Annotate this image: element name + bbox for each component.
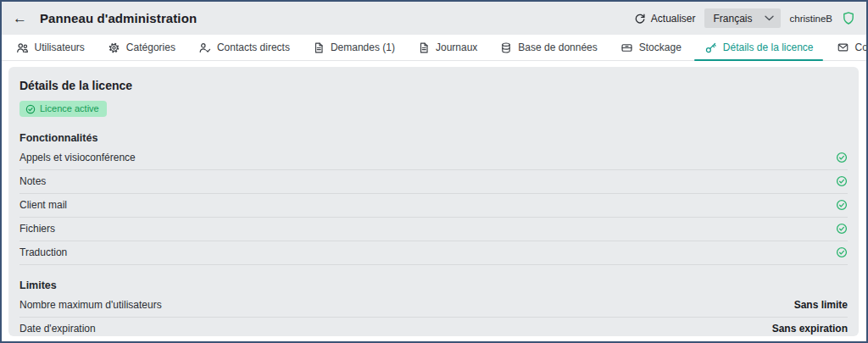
tab-demandes-1[interactable]: Demandes (1) (301, 35, 406, 60)
license-details-panel: Détails de la licence Licence active Fon… (8, 67, 859, 336)
row-label: Fichiers (19, 223, 55, 235)
tab-label: Base de données (518, 41, 597, 53)
document-icon (313, 41, 325, 54)
check-circle-icon (836, 175, 848, 187)
panel-sections: FonctionnalitésAppels et visioconférence… (19, 132, 848, 336)
row-client-mail: Client mail (19, 194, 848, 218)
row-nombre-maximum-d-utilisateurs: Nombre maximum d'utilisateursSans limite (19, 294, 848, 318)
check-circle-icon (25, 104, 36, 114)
username-label: christineB (790, 14, 833, 24)
section-title-fonctionnalites: Fonctionnalités (19, 132, 848, 144)
tab-configuration-smtp[interactable]: Configuration SMTP (825, 35, 868, 60)
check-circle-icon (836, 246, 848, 258)
admin-header: ← Panneau d'administration Actualiser Fr… (2, 2, 866, 35)
tab-label: Contacts directs (217, 41, 290, 53)
refresh-button[interactable]: Actualiser (634, 13, 696, 25)
license-status-badge: Licence active (19, 101, 107, 117)
tab-categories[interactable]: Catégories (96, 35, 186, 60)
page-title: Panneau d'administration (40, 11, 197, 25)
check-circle-icon (836, 152, 848, 163)
refresh-label: Actualiser (651, 13, 696, 25)
gear-icon (108, 41, 120, 54)
row-label: Appels et visioconférence (19, 152, 136, 163)
document-icon (418, 41, 430, 54)
tab-details-de-la-licence[interactable]: Détails de la licence (693, 35, 825, 60)
row-appels-et-visioconference: Appels et visioconférence (19, 147, 848, 170)
section-title-limites: Limites (19, 279, 848, 291)
panel-title: Détails de la licence (19, 79, 848, 92)
tab-journaux[interactable]: Journaux (406, 35, 488, 60)
row-label: Date d'expiration (19, 323, 96, 335)
tab-label: Détails de la licence (723, 41, 814, 53)
check-circle-icon (836, 223, 848, 235)
person-check-icon (198, 41, 211, 54)
language-select[interactable]: Français (704, 8, 780, 28)
license-status-label: Licence active (40, 103, 99, 114)
row-notes: Notes (19, 170, 848, 194)
storage-icon (620, 41, 633, 54)
shield-icon (842, 11, 855, 25)
row-label: Traduction (19, 246, 67, 258)
row-label: Client mail (19, 199, 67, 211)
row-label: Notes (19, 175, 46, 187)
tab-label: Demandes (1) (331, 41, 395, 53)
refresh-icon (634, 13, 646, 25)
tab-label: Stockage (639, 41, 682, 53)
tab-label: Configuration SMTP (855, 41, 868, 53)
row-date-d-expiration: Date d'expirationSans expiration (19, 318, 848, 336)
language-select-value: Français (713, 13, 752, 25)
check-circle-icon (836, 199, 848, 211)
key-icon (704, 41, 717, 54)
row-fichiers: Fichiers (19, 218, 848, 241)
tab-base-de-donnees[interactable]: Base de données (489, 35, 609, 60)
tab-stockage[interactable]: Stockage (609, 35, 693, 60)
tab-utilisateurs[interactable]: Utilisateurs (4, 35, 96, 60)
chevron-down-icon (765, 15, 774, 21)
tab-label: Catégories (126, 41, 175, 53)
tab-contacts-directs[interactable]: Contacts directs (186, 35, 301, 60)
mail-icon (837, 41, 849, 53)
database-icon (500, 41, 512, 54)
row-label: Nombre maximum d'utilisateurs (19, 299, 162, 311)
row-value: Sans limite (794, 299, 848, 311)
back-arrow-icon[interactable]: ← (13, 11, 27, 25)
people-icon (16, 41, 29, 54)
row-value: Sans expiration (772, 323, 848, 335)
admin-tabbar: UtilisateursCatégoriesContacts directsDe… (2, 35, 866, 61)
row-traduction: Traduction (19, 241, 848, 265)
tab-label: Utilisateurs (35, 41, 85, 53)
tab-label: Journaux (436, 41, 477, 53)
header-actions: Actualiser Français christineB (634, 8, 855, 28)
